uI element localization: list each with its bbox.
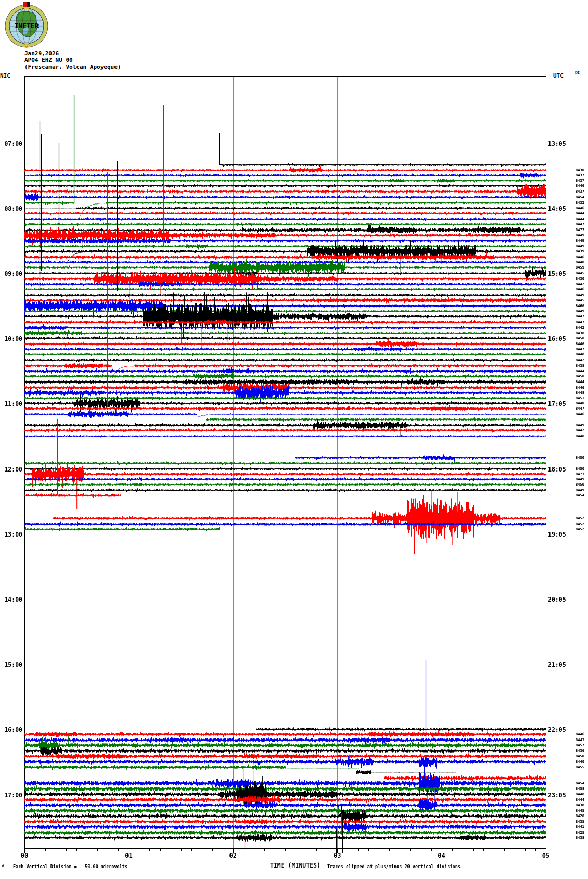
dc-value: 8444 [576,380,584,384]
dc-value: 8448 [576,352,584,356]
nic-hour-label: 07:00 [0,140,22,147]
dc-value: 8448 [576,260,584,264]
dc-value: 8458 [576,787,584,791]
dc-value: 8430 [576,168,584,172]
x-tick-label: 02 [225,852,241,859]
vertical-division-note: Each Vertical Division = 50.00 microvolt… [13,864,127,869]
dc-value: 8438 [576,803,584,807]
dc-value: 8450 [576,374,584,378]
dc-value: 8437 [576,173,584,177]
utc-hour-label: 23:05 [548,792,566,799]
dc-value: 8452 [576,527,584,531]
dc-value: 8450 [576,482,584,487]
x-tick-label: 00 [17,852,32,859]
nic-hour-label: 17:00 [0,792,22,799]
dc-value: 8449 [576,477,584,481]
dc-value: 8438 [576,364,584,368]
dc-value: 8448 [576,434,584,438]
dc-value: 8449 [576,293,584,297]
x-tick-label: 03 [329,852,345,859]
dc-value: 8455 [576,765,584,769]
dc-value: 8450 [576,754,584,758]
dc-value: 8449 [576,244,584,248]
dc-value: 8454 [576,781,584,785]
dc-value: 8444 [576,369,584,373]
dc-value: 8446 [576,412,584,416]
dc-value: 8438 [576,331,584,335]
dc-value: 8440 [576,401,584,405]
dc-value: 8450 [576,467,584,471]
corner-glyph: w [2,863,4,868]
dc-value: 8442 [576,326,584,330]
dc-value: 8439 [576,249,584,253]
nic-hour-label: 14:00 [0,596,22,603]
x-tick-label: 04 [434,852,450,859]
nic-hour-label: 13:00 [0,531,22,538]
dc-value: 8444 [576,211,584,215]
x-tick-label: 05 [538,852,554,859]
dc-value: 8451 [576,396,584,400]
dc-value: 8437 [576,179,584,183]
dc-value: 8444 [576,798,584,802]
dc-value: 8454 [576,493,584,498]
utc-hour-label: 17:05 [548,400,566,407]
dc-value: 8446 [576,342,584,346]
utc-hour-label: 13:05 [548,140,566,147]
dc-value: 8452 [576,516,584,520]
dc-value: 8477 [576,228,584,232]
dc-value: 8435 [576,820,584,824]
utc-hour-label: 20:05 [548,596,566,603]
dc-value: 8430 [576,277,584,281]
dc-value: 8442 [576,428,584,432]
dc-value: 8447 [576,347,584,351]
dc-value: 8449 [576,233,584,237]
nic-hour-label: 09:00 [0,270,22,277]
dc-value: 8440 [576,760,584,764]
dc-value: 8447 [576,314,584,319]
dc-value: 8446 [576,255,584,259]
dc-value: 8445 [576,298,584,302]
utc-hour-label: 14:05 [548,205,566,212]
utc-hour-label: 21:05 [548,661,566,668]
dc-value: 8447 [576,406,584,411]
dc-value: 8438 [576,836,584,840]
dc-value: 8449 [576,423,584,427]
dc-value: 8445 [576,809,584,813]
dc-value: 8448 [576,391,584,395]
utc-hour-label: 22:05 [548,726,566,733]
nic-hour-label: 15:00 [0,661,22,668]
dc-value: 8449 [576,488,584,492]
dc-value: 8450 [576,336,584,340]
dc-value: 8446 [576,287,584,291]
dc-value: 8447 [576,320,584,324]
dc-value: 8437 [576,189,584,194]
x-axis-title: TIME (MINUTES) [270,862,321,869]
dc-value: 8446 [576,184,584,188]
nic-hour-label: 08:00 [0,205,22,212]
dc-value: 8457 [576,743,584,747]
utc-hour-label: 18:05 [548,466,566,473]
dc-value: 8425 [576,831,584,835]
dc-value: 8442 [576,282,584,286]
dc-value: 8446 [576,386,584,390]
dc-value: 8452 [576,522,584,526]
utc-hour-label: 19:05 [548,531,566,538]
dc-value: 8446 [576,732,584,736]
dc-value: 8432 [576,201,584,205]
dc-value: 8454 [576,195,584,199]
dc-value: 8445 [576,271,584,275]
nic-hour-label: 16:00 [0,726,22,733]
x-tick-label: 01 [121,852,136,859]
dc-value: 8459 [576,265,584,270]
nic-hour-label: 12:00 [0,466,22,473]
dc-value: 8443 [576,738,584,742]
dc-value: 8466 [576,304,584,308]
clip-note: Traces clipped at plus/minus 20 vertical… [327,864,461,869]
dc-value: 8448 [576,792,584,796]
helicorder-plot [0,0,588,879]
dc-value: 8442 [576,358,584,362]
dc-value: 8444 [576,217,584,221]
dc-value: 8473 [576,472,584,476]
dc-value: 8436 [576,749,584,753]
nic-hour-label: 11:00 [0,400,22,407]
